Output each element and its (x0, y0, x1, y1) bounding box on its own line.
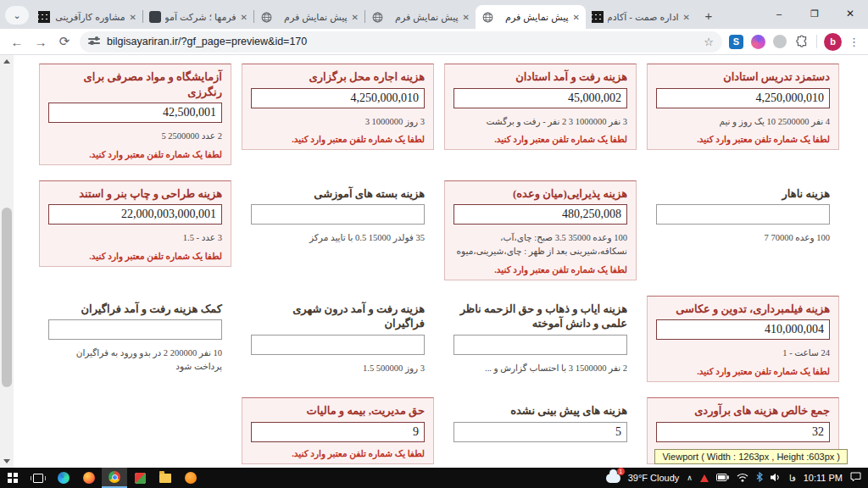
form-field: دستمزد تدریس استادان 4 نفر 2500000 10 یک… (647, 64, 839, 150)
taskbar-edge-button[interactable] (51, 468, 76, 488)
tab-close-icon[interactable]: ✕ (683, 13, 690, 22)
field-input[interactable] (251, 204, 425, 225)
taskbar-file-explorer-button[interactable] (153, 468, 178, 488)
field-input[interactable] (251, 335, 425, 355)
field-input[interactable] (453, 335, 627, 355)
address-bar[interactable]: bilgisayariran.ir/?gf_page=preview&id=17… (80, 31, 722, 53)
tab-search-button[interactable]: ⌄ (5, 6, 29, 25)
field-label: هزینه های پیش بینی نشده (453, 403, 627, 419)
language-indicator[interactable]: فا (789, 474, 796, 483)
field-label: کمک هزینه رفت و آمد فراگیران (48, 302, 222, 317)
empty-grid-cell (39, 397, 231, 409)
extension-gray-icon[interactable] (772, 34, 787, 49)
field-label: هزینه بسته های آموزشی (251, 186, 425, 202)
taskbar-eitaa-button[interactable] (178, 468, 203, 488)
new-tab-button[interactable]: + (698, 4, 720, 26)
speaker-icon[interactable] (771, 473, 782, 484)
tab-title: فرمها ؛ شرکت آموز (165, 12, 236, 23)
taskbar-chrome-button[interactable] (102, 468, 127, 488)
tray-app-icon[interactable] (700, 474, 709, 482)
taskbar-media-app-button[interactable] (127, 468, 153, 488)
field-validation-message: لطفا یک شماره تلفن معتبر وارد کنید. (453, 134, 627, 144)
field-description: 4 نفر 2500000 10 یک روز و نیم (656, 115, 830, 129)
field-input[interactable] (656, 204, 830, 225)
tab-close-icon[interactable]: ✕ (130, 13, 136, 22)
field-label: دستمزد تدریس استادان (656, 69, 830, 85)
field-validation-message: لطفا یک شماره تلفن معتبر وارد کنید. (656, 366, 830, 376)
extension-s-icon[interactable]: S (729, 35, 743, 49)
extension-brain-icon[interactable] (750, 34, 765, 49)
browser-tab-6[interactable]: اداره صمت - آکادم ✕ (586, 5, 696, 29)
gravity-form-preview: دستمزد تدریس استادان 4 نفر 2500000 10 یک… (39, 64, 839, 468)
field-label: آزمایشگاه و مواد مصرفی برای رنگرزی (48, 69, 222, 99)
window-restore-button[interactable]: ❐ (797, 0, 832, 27)
bluetooth-icon[interactable] (756, 472, 763, 484)
forward-button[interactable]: → (32, 35, 49, 49)
wifi-icon[interactable] (737, 473, 748, 484)
toolbar-divider (816, 35, 817, 48)
form-field: هزینه رفت و آمد استادان 3 نفر 1000000 3 … (444, 64, 637, 150)
start-button[interactable] (0, 468, 25, 488)
site-settings-icon[interactable] (88, 37, 100, 46)
back-button[interactable]: ← (8, 35, 25, 49)
field-input[interactable] (48, 103, 222, 123)
browser-tab-1[interactable]: مشاوره کارآفرینی - ک ✕ (32, 5, 142, 29)
tab-close-icon[interactable]: ✕ (352, 13, 359, 22)
globe-favicon-icon (371, 11, 383, 23)
field-input[interactable] (48, 319, 222, 340)
tab-title: پیش نمایش فرم (276, 12, 348, 23)
weather-cloud-icon[interactable]: 1 (606, 474, 620, 483)
profile-avatar[interactable]: b (824, 33, 842, 51)
field-description: 3 روز 500000 1.5 (251, 362, 425, 375)
taskbar-firefox-button[interactable] (76, 468, 102, 488)
page-scrollbar[interactable] (0, 55, 14, 468)
globe-favicon-icon (260, 11, 272, 23)
browser-menu-icon[interactable]: ⋮ (849, 36, 860, 48)
form-field: هزینه بسته های آموزشی 35 فولدر 15000 0.5… (242, 180, 434, 251)
page-content: دستمزد تدریس استادان 4 نفر 2500000 10 یک… (0, 55, 868, 468)
field-input[interactable] (251, 88, 425, 108)
browser-tab-2[interactable]: فرمها ؛ شرکت آموز ✕ (143, 5, 253, 29)
bookmark-star-icon[interactable]: ☆ (704, 36, 714, 48)
field-label: هزینه پذیرایی(میان وعده) (453, 186, 627, 202)
tab-close-icon[interactable]: ✕ (463, 13, 470, 22)
clock[interactable]: 10:11 PM (804, 473, 843, 483)
field-input[interactable] (251, 422, 425, 442)
tab-close-icon[interactable]: ✕ (573, 13, 580, 22)
field-description: 2 نفر 1500000 3 با احتساب گزارش و ... (453, 362, 627, 375)
folder-icon (159, 474, 171, 483)
tab-close-icon[interactable]: ✕ (241, 13, 248, 22)
globe-favicon-icon (481, 11, 493, 23)
field-label: هزینه ناهار (656, 186, 830, 202)
task-view-button[interactable] (25, 468, 51, 488)
field-input[interactable] (48, 204, 222, 225)
scrollbar-up-arrow-icon[interactable] (0, 55, 14, 68)
scrollbar-down-arrow-icon[interactable] (0, 455, 14, 468)
window-minimize-button[interactable]: – (761, 0, 797, 27)
reload-button[interactable]: ⟳ (56, 34, 73, 49)
scrollbar-thumb[interactable] (2, 208, 12, 387)
field-input[interactable] (656, 88, 830, 108)
field-input[interactable] (656, 422, 830, 442)
field-input[interactable] (453, 422, 627, 442)
form-field: هزینه پذیرایی(میان وعده) 100 وعده 35000 … (444, 180, 637, 280)
qr-favicon-icon (38, 11, 50, 23)
task-view-icon (33, 474, 43, 483)
browser-tab-4[interactable]: پیش نمایش فرم ✕ (365, 5, 476, 29)
media-app-icon (135, 473, 146, 484)
browser-tab-active[interactable]: پیش نمایش فرم ✕ (476, 5, 586, 29)
hidden-icons-chevron-icon[interactable]: ∧ (687, 474, 693, 482)
field-input[interactable] (453, 204, 627, 225)
field-label: هزینه ایاب و ذهاب و حق الزحمه ناظر علمی … (453, 302, 627, 331)
battery-icon[interactable] (716, 473, 729, 483)
window-close-button[interactable]: ✕ (832, 0, 868, 27)
field-input[interactable] (453, 88, 627, 108)
action-center-icon[interactable] (850, 472, 861, 484)
extensions-puzzle-icon[interactable] (794, 34, 810, 49)
field-input[interactable] (656, 319, 830, 340)
field-description: 24 ساعت - 1 (656, 347, 830, 360)
url-text[interactable]: bilgisayariran.ir/?gf_page=preview&id=17… (107, 36, 697, 47)
weather-text[interactable]: 39°F Cloudy (628, 473, 680, 483)
field-validation-message: لطفا یک شماره تلفن معتبر وارد کنید. (48, 251, 222, 261)
browser-tab-3[interactable]: پیش نمایش فرم ✕ (254, 5, 364, 29)
